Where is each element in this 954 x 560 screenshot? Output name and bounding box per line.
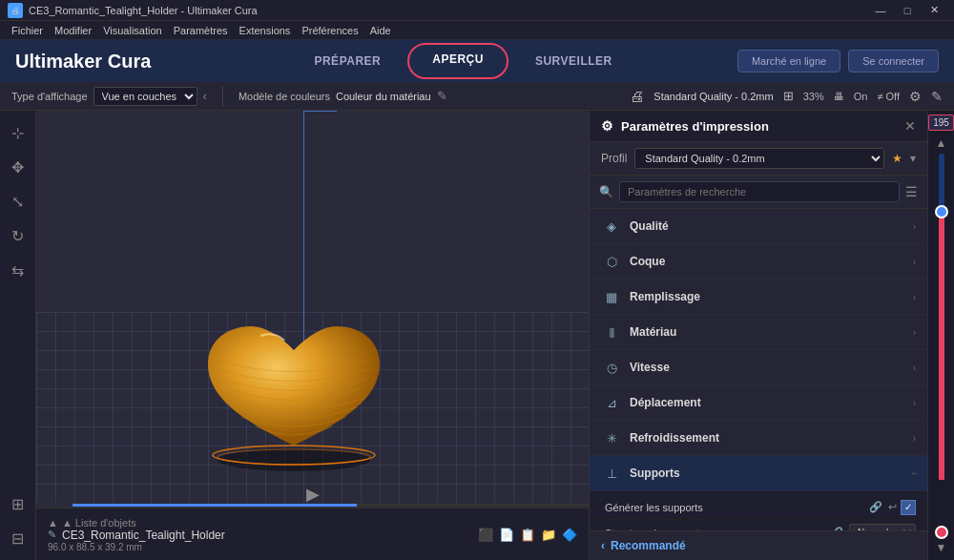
login-button[interactable]: Se connecter bbox=[848, 50, 939, 73]
tab-prepare[interactable]: PRÉPARER bbox=[287, 43, 407, 79]
slider-thumb-top[interactable] bbox=[935, 205, 948, 218]
object-icon-3[interactable]: 📋 bbox=[520, 528, 535, 542]
menu-parametres[interactable]: Paramètres bbox=[168, 23, 234, 38]
logo-light: Ultimaker bbox=[15, 51, 102, 72]
playbar-track[interactable] bbox=[73, 504, 589, 507]
printer-icon: 🖨 bbox=[630, 88, 644, 104]
tool-rotate[interactable]: ↻ bbox=[4, 221, 32, 250]
tool-scale[interactable]: ⤡ bbox=[4, 187, 32, 216]
main-content: ⊹ ✥ ⤡ ↻ ⇆ ⊞ ⊟ bbox=[0, 111, 954, 560]
object-icon-4[interactable]: 📁 bbox=[541, 528, 556, 542]
viewport-line-horizontal bbox=[303, 111, 337, 112]
tool-support[interactable]: ⊞ bbox=[4, 489, 32, 518]
category-supports[interactable]: ⊥ Supports › bbox=[590, 456, 927, 491]
search-icon: 🔍 bbox=[599, 185, 613, 198]
tool-move[interactable]: ✥ bbox=[4, 153, 32, 181]
market-button[interactable]: Marché en ligne bbox=[737, 50, 840, 73]
display-type-label: Type d'affichage bbox=[11, 91, 88, 102]
play-button[interactable]: ▶ bbox=[306, 484, 320, 505]
printer-on-icon: 🖶 bbox=[834, 91, 844, 102]
search-input[interactable] bbox=[619, 181, 900, 202]
object-icon-1[interactable]: ⬛ bbox=[478, 528, 493, 542]
edit-icon[interactable]: ✎ bbox=[48, 529, 56, 541]
menu-dots-icon[interactable]: ☰ bbox=[905, 184, 918, 199]
generate-checkbox[interactable]: ✓ bbox=[901, 500, 916, 515]
minimize-button[interactable]: — bbox=[868, 0, 893, 21]
menu-extensions[interactable]: Extensions bbox=[234, 23, 297, 38]
maximize-button[interactable]: □ bbox=[895, 0, 920, 21]
speed-icon: ◷ bbox=[601, 357, 622, 378]
menubar: Fichier Modifier Visualisation Paramètre… bbox=[0, 21, 954, 40]
slider-thumb-bottom[interactable] bbox=[935, 526, 948, 539]
profile-chevron-icon[interactable]: ▾ bbox=[910, 152, 916, 165]
tab-surveiller[interactable]: SURVEILLER bbox=[508, 43, 639, 79]
support-row-generate: Générer les supports 🔗 ↩ ✓ bbox=[590, 495, 927, 520]
material-label: Matériau bbox=[630, 325, 913, 339]
category-speed[interactable]: ◷ Vitesse › bbox=[590, 350, 927, 385]
slider-value: 195 bbox=[928, 114, 954, 131]
tab-apercu[interactable]: APERÇU bbox=[407, 43, 508, 79]
left-sidebar: ⊹ ✥ ⤡ ↻ ⇆ ⊞ ⊟ bbox=[0, 111, 36, 560]
settings-list: ◈ Qualité › ⬡ Coque › ▦ Remplissage › ||… bbox=[590, 209, 927, 530]
category-travel[interactable]: ⊿ Déplacement › bbox=[590, 385, 927, 421]
category-infill[interactable]: ▦ Remplissage › bbox=[590, 280, 927, 315]
objects-list-toggle[interactable]: ▲ ▲ Liste d'objets bbox=[48, 517, 225, 529]
display-type-select[interactable]: Vue en couches bbox=[93, 87, 197, 106]
menu-visualisation[interactable]: Visualisation bbox=[97, 23, 168, 38]
profile-star-icon[interactable]: ★ bbox=[892, 152, 902, 165]
profile-select[interactable]: Standard Quality - 0.2mm bbox=[634, 148, 884, 169]
travel-label: Déplacement bbox=[630, 396, 913, 409]
slider-inactive-bottom bbox=[939, 480, 944, 537]
close-button[interactable]: ✕ bbox=[922, 0, 946, 21]
slider-track[interactable] bbox=[939, 154, 944, 537]
slider-up-arrow[interactable]: ▲ bbox=[936, 136, 947, 150]
panel-footer: ‹ Recommandé bbox=[590, 530, 927, 560]
slider-active bbox=[939, 211, 944, 479]
edit-toolbar-icon[interactable]: ✎ bbox=[931, 89, 943, 104]
recommended-button[interactable]: ‹ Recommandé bbox=[601, 539, 686, 552]
category-cooling[interactable]: ✳ Refroidissement › bbox=[590, 421, 927, 456]
tool-custom[interactable]: ⊟ bbox=[4, 524, 32, 552]
category-quality[interactable]: ◈ Qualité › bbox=[590, 209, 927, 244]
cooling-label: Refroidissement bbox=[630, 431, 913, 445]
menu-aide[interactable]: Aide bbox=[364, 23, 397, 38]
display-type-chevron[interactable]: ‹ bbox=[203, 89, 207, 103]
category-material[interactable]: ||| Matériau › bbox=[590, 315, 927, 350]
generate-reset-icon[interactable]: ↩ bbox=[888, 501, 897, 513]
color-model-edit-icon[interactable]: ✎ bbox=[437, 89, 447, 103]
supports-label: Supports bbox=[630, 467, 913, 480]
panel-header: ⚙ Paramètres d'impression ✕ bbox=[590, 111, 927, 142]
profile-name: Standard Quality - 0.2mm bbox=[653, 91, 773, 102]
quality-label: Qualité bbox=[630, 219, 913, 233]
tool-mirror[interactable]: ⇆ bbox=[4, 256, 32, 284]
infill-label: Remplissage bbox=[630, 290, 913, 303]
category-shell[interactable]: ⬡ Coque › bbox=[590, 244, 927, 280]
settings-icon[interactable]: ⚙ bbox=[909, 89, 922, 104]
app-icon: 🖨 bbox=[8, 3, 23, 18]
supports-icon: ⊥ bbox=[601, 463, 622, 484]
travel-icon: ⊿ bbox=[601, 392, 622, 413]
object-icon-5[interactable]: 🔷 bbox=[562, 528, 577, 542]
recommended-label: Recommandé bbox=[611, 539, 686, 552]
menu-preferences[interactable]: Préférences bbox=[296, 23, 363, 38]
supports-chevron-icon: › bbox=[909, 471, 920, 474]
right-panel: ⚙ Paramètres d'impression ✕ Profil Stand… bbox=[589, 111, 927, 560]
structure-select[interactable]: Normal bbox=[849, 524, 916, 530]
zoom-value: 33% bbox=[803, 91, 824, 102]
menu-fichier[interactable]: Fichier bbox=[6, 23, 49, 38]
toolbar-right: 🖨 Standard Quality - 0.2mm ⊞ 33% 🖶 On ≠ … bbox=[630, 88, 943, 104]
logo-bold: Cura bbox=[108, 51, 152, 72]
logo: Ultimaker Cura bbox=[15, 51, 151, 73]
object-icon-2[interactable]: 📄 bbox=[499, 528, 514, 542]
viewport[interactable]: ▶ ▲ ▲ Liste d'objets ✎ CE3_Romantic_Teal… bbox=[36, 111, 589, 560]
tool-select[interactable]: ⊹ bbox=[4, 118, 32, 147]
quality-chevron-icon: › bbox=[913, 221, 916, 232]
slider-down-arrow[interactable]: ▼ bbox=[936, 541, 947, 554]
panel-close-button[interactable]: ✕ bbox=[904, 118, 916, 134]
menu-modifier[interactable]: Modifier bbox=[49, 23, 97, 38]
panel-title-text: Paramètres d'impression bbox=[621, 119, 769, 134]
generate-link-icon[interactable]: 🔗 bbox=[869, 501, 882, 513]
object-dimensions: 96.0 x 88.5 x 39.2 mm bbox=[48, 542, 225, 552]
shell-chevron-icon: › bbox=[913, 257, 916, 267]
speed-chevron-icon: › bbox=[913, 363, 916, 373]
